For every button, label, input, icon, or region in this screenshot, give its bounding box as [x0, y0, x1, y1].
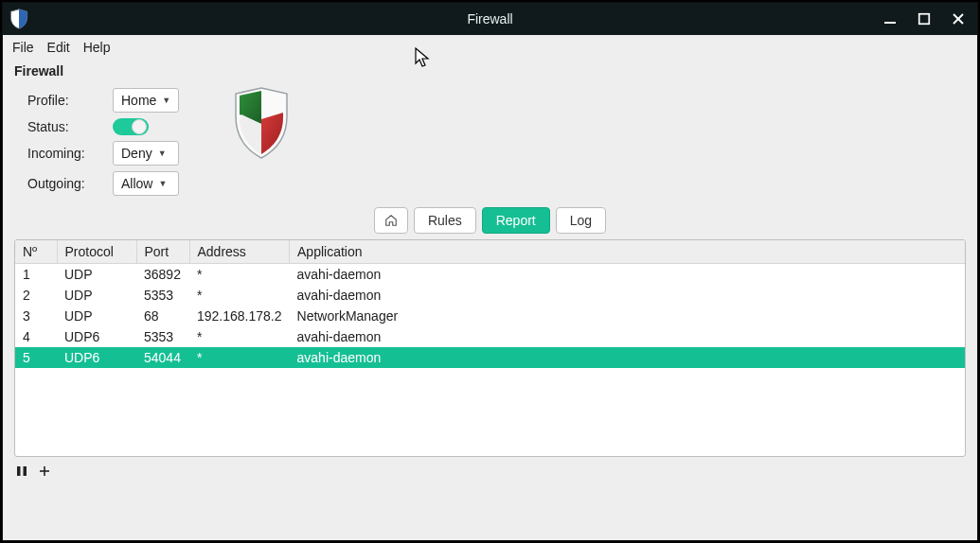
cell-app: avahi-daemon [290, 285, 965, 306]
outgoing-value: Allow [121, 176, 152, 191]
report-table: Nº Protocol Port Address Application 1UD… [14, 239, 966, 457]
cell-address: * [189, 264, 290, 285]
incoming-label: Incoming: [27, 146, 103, 161]
cell-app: avahi-daemon [290, 326, 965, 347]
svg-rect-4 [17, 466, 21, 476]
status-toggle[interactable] [113, 118, 149, 135]
col-address[interactable]: Address [189, 240, 290, 264]
cell-protocol: UDP6 [57, 347, 136, 368]
cell-address: * [189, 285, 290, 306]
cell-n: 1 [15, 264, 57, 285]
firewall-shield-icon [232, 86, 291, 163]
table-row[interactable]: 2UDP5353*avahi-daemon [15, 285, 965, 306]
minimize-button[interactable] [881, 9, 900, 28]
cell-protocol: UDP [57, 264, 136, 285]
pause-icon [16, 465, 27, 477]
incoming-value: Deny [121, 146, 152, 161]
footer-toolbar [3, 461, 977, 487]
window-title: Firewall [3, 11, 977, 26]
cell-port: 5353 [136, 326, 189, 347]
tab-report[interactable]: Report [482, 207, 550, 234]
cell-protocol: UDP [57, 285, 136, 306]
titlebar[interactable]: Firewall [3, 3, 977, 35]
cell-address: * [189, 347, 290, 368]
table-row[interactable]: 4UDP65353*avahi-daemon [15, 326, 965, 347]
add-button[interactable] [39, 464, 50, 480]
table-row[interactable]: 5UDP654044*avahi-daemon [15, 347, 965, 368]
window-controls [881, 9, 971, 28]
cell-protocol: UDP [57, 306, 136, 326]
app-shield-icon [9, 9, 29, 29]
cell-address: * [189, 326, 290, 347]
cell-app: avahi-daemon [290, 347, 965, 368]
cell-address: 192.168.178.2 [189, 306, 290, 326]
cell-n: 4 [15, 326, 57, 347]
tab-bar: Rules Report Log [3, 207, 977, 234]
svg-rect-5 [24, 466, 27, 476]
settings-area: Profile: Home ▼ Status: Incoming: Deny ▼… [3, 80, 977, 201]
table-header: Nº Protocol Port Address Application [15, 240, 965, 264]
close-button[interactable] [949, 9, 968, 28]
home-icon [384, 214, 398, 227]
app-window: Firewall File Edit Help Firewall Profile… [2, 2, 978, 541]
page-title: Firewall [3, 60, 977, 80]
chevron-down-icon: ▼ [162, 96, 170, 105]
col-protocol[interactable]: Protocol [57, 240, 136, 264]
tab-rules[interactable]: Rules [414, 207, 476, 234]
chevron-down-icon: ▼ [158, 179, 167, 188]
status-label: Status: [27, 119, 103, 134]
pause-button[interactable] [16, 464, 27, 480]
table-row[interactable]: 3UDP68192.168.178.2NetworkManager [15, 306, 965, 326]
cell-app: NetworkManager [290, 306, 965, 326]
menu-help[interactable]: Help [83, 40, 111, 55]
profile-label: Profile: [27, 93, 103, 108]
incoming-select[interactable]: Deny ▼ [113, 141, 179, 166]
profile-select[interactable]: Home ▼ [113, 88, 179, 113]
cell-port: 36892 [136, 264, 189, 285]
menu-file[interactable]: File [12, 40, 34, 55]
cell-n: 2 [15, 285, 57, 306]
col-n[interactable]: Nº [15, 240, 57, 264]
outgoing-label: Outgoing: [27, 176, 103, 191]
table-row[interactable]: 1UDP36892*avahi-daemon [15, 264, 965, 285]
col-app[interactable]: Application [290, 240, 965, 264]
cell-port: 54044 [136, 347, 189, 368]
home-button[interactable] [374, 207, 408, 234]
svg-rect-1 [919, 14, 930, 25]
profile-value: Home [121, 93, 156, 108]
toggle-knob [132, 119, 147, 134]
tab-log[interactable]: Log [556, 207, 606, 234]
cell-n: 5 [15, 347, 57, 368]
chevron-down-icon: ▼ [158, 149, 167, 158]
plus-icon [39, 465, 50, 477]
cell-protocol: UDP6 [57, 326, 136, 347]
menu-edit[interactable]: Edit [47, 40, 70, 55]
col-port[interactable]: Port [136, 240, 189, 264]
maximize-button[interactable] [915, 9, 934, 28]
cell-n: 3 [15, 306, 57, 326]
cell-port: 5353 [136, 285, 189, 306]
cell-port: 68 [136, 306, 189, 326]
cell-app: avahi-daemon [290, 264, 965, 285]
menubar: File Edit Help [3, 35, 977, 60]
outgoing-select[interactable]: Allow ▼ [113, 171, 179, 196]
